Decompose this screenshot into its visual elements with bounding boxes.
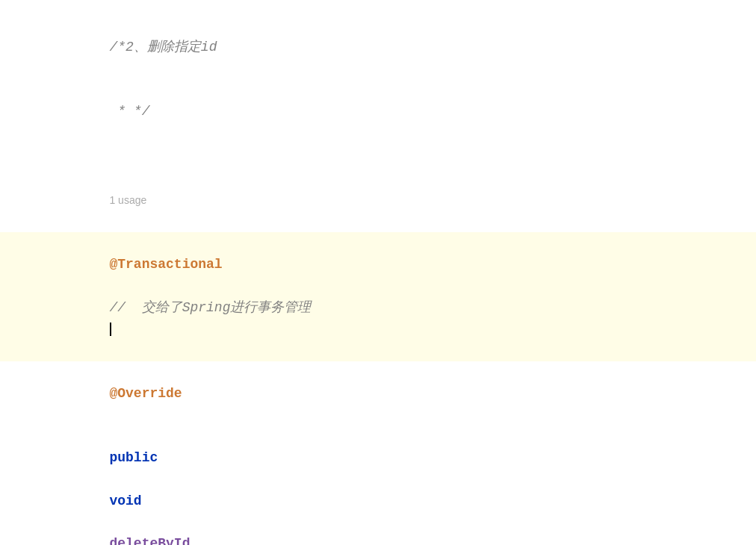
code-content: /*2、删除指定id * */ 1 usage @Transact	[0, 0, 756, 545]
code-line-comment2[interactable]: * */	[0, 79, 756, 143]
code-line-empty1	[0, 144, 756, 168]
keyword-void: void	[109, 493, 141, 508]
code-line-override[interactable]: @Override	[0, 361, 756, 426]
annotation-transactional: @Transactional	[109, 257, 222, 272]
usage-text: 1 usage	[109, 194, 146, 206]
code-line-usage: 1 usage	[0, 168, 756, 232]
text-cursor	[110, 323, 111, 336]
keyword-public: public	[109, 450, 158, 465]
transactional-comment: // 交给了Spring进行事务管理	[109, 300, 311, 315]
code-line-comment1[interactable]: /*2、删除指定id	[0, 15, 756, 79]
code-editor: /*2、删除指定id * */ 1 usage @Transact	[0, 0, 756, 545]
comment-text-2: * */	[109, 104, 149, 119]
code-line-method-sig[interactable]: public void deleteById ( Integer id ) {	[0, 426, 756, 545]
comment-text-1: /*2、删除指定id	[109, 40, 217, 54]
code-line-transactional[interactable]: @Transactional // 交给了Spring进行事务管理	[0, 232, 756, 361]
annotation-override: @Override	[109, 386, 182, 401]
method-name: deleteById	[109, 536, 190, 545]
transactional-spacing	[109, 278, 133, 293]
